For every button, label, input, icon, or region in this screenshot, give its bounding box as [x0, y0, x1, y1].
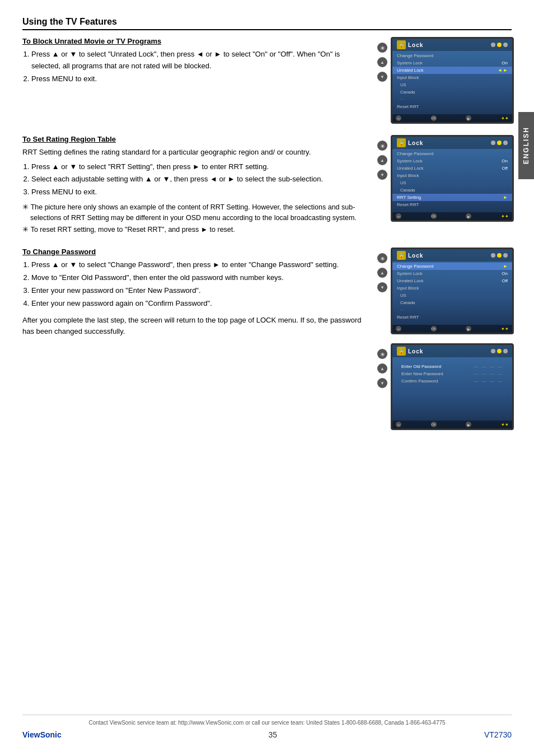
- footer-contact: Contact ViewSonic service team at: http:…: [22, 720, 512, 726]
- section1-step2: Press MENU to exit.: [31, 73, 366, 85]
- menu-sub-us-1: US: [392, 81, 512, 88]
- menu-sub-more-1: ···: [392, 96, 512, 103]
- footer-model: VT2730: [484, 730, 512, 739]
- section2-intro: RRT Setting defines the rating standard …: [22, 147, 366, 158]
- lock-footer-4: ↩ OK ▶ ✦✦: [392, 421, 512, 428]
- menu-item-reset-1: Reset RRT: [392, 103, 512, 110]
- menu-item-unrated-1: Unrated Lock◄ ►: [392, 67, 512, 74]
- menu-item-system-lock-2: System LockOn: [392, 157, 512, 165]
- lock-icon-1: 🔒: [397, 40, 406, 49]
- section2-step1: Press ▲ or ▼ to select "RRT Setting", th…: [31, 161, 366, 173]
- section1-title: To Block Unrated Movie or TV Programs: [22, 37, 366, 45]
- menu-sub-canada-1: Canada: [392, 88, 512, 96]
- tv-screen-4: ◉ ▲ ▼ 🔒 Lock: [391, 343, 512, 430]
- section3-title: To Change Password: [22, 248, 366, 256]
- menu-item-change-pw-1: Change Password: [392, 52, 512, 59]
- page: ENGLISH Using the TV Features To Block U…: [0, 0, 534, 756]
- password-form: Enter Old Password — — — — Enter New Pas…: [392, 357, 512, 385]
- menu-sub-us-2: US: [392, 179, 512, 186]
- section2-step3: Press MENU to exit.: [31, 186, 366, 198]
- menu-item-reset-3: Reset RRT: [392, 314, 512, 321]
- menu-item-input-block-1: Input Block: [392, 74, 512, 81]
- section3-row: To Change Password Press ▲ or ▼ to selec…: [22, 248, 512, 430]
- menu-sub-us-3: US: [392, 292, 512, 299]
- tv-btn3-mid: ▲: [377, 268, 387, 278]
- tv-btn2-mid: ▲: [377, 155, 387, 165]
- section2-steps: Press ▲ or ▼ to select "RRT Setting", th…: [22, 161, 366, 198]
- section2-title: To Set Rating Region Table: [22, 135, 366, 143]
- tv-btn2-top: ◉: [377, 141, 387, 151]
- page-footer: Contact ViewSonic service team at: http:…: [22, 715, 512, 739]
- tv-display-4: 🔒 Lock Enter Old Password: [391, 343, 514, 430]
- tv-screen-1: ◉ ▲ ▼ 🔒 Lock: [391, 37, 512, 124]
- lock-menu-2: Change Password System LockOn Unrated Lo…: [392, 149, 512, 209]
- menu-item-input-block-3: Input Block: [392, 284, 512, 292]
- lock-title-1: Lock: [408, 42, 423, 48]
- section2-note1: ✳ The picture here only shows an example…: [22, 202, 366, 223]
- lock-footer-2: ↩ OK ▶ ✦✦: [392, 212, 512, 220]
- confirm-pw: Confirm Password — — — —: [397, 377, 508, 385]
- lock-title-4: Lock: [408, 348, 423, 354]
- tv-btn4-bot: ▼: [377, 378, 387, 388]
- lock-title-3: Lock: [408, 253, 423, 259]
- tv-display-1: 🔒 Lock Change Password: [391, 37, 514, 124]
- lock-menu-3: Change Password► System LockOn Unrated L…: [392, 262, 512, 322]
- tv-btn-top: ◉: [377, 43, 387, 53]
- tv-btn4-top: ◉: [377, 349, 387, 359]
- tv-btn4-mid: ▲: [377, 363, 387, 374]
- menu-item-unrated-2: Unrated LockOff: [392, 165, 512, 172]
- tv-btn2-bot: ▼: [377, 170, 387, 180]
- section3-steps: Press ▲ or ▼ to select "Change Password"…: [22, 259, 366, 309]
- main-heading: Using the TV Features: [22, 17, 512, 30]
- footer-page-number: 35: [269, 730, 278, 739]
- section1-steps: Press ▲ or ▼ to select "Unrated Lock", t…: [22, 49, 366, 85]
- menu-item-change-pw-2: Change Password: [392, 150, 512, 157]
- section1-step1: Press ▲ or ▼ to select "Unrated Lock", t…: [31, 49, 366, 72]
- tv-btn3-top: ◉: [377, 253, 387, 263]
- enter-old-pw: Enter Old Password — — — —: [397, 363, 508, 370]
- lock-footer-1: ↩ OK ▶ ✦✦: [392, 114, 512, 122]
- lock-menu-1: Change Password System LockOn Unrated Lo…: [392, 51, 512, 111]
- lock-icon-3: 🔒: [397, 251, 406, 260]
- tv-btn-bot: ▼: [377, 72, 387, 82]
- lock-icon-2: 🔒: [397, 138, 406, 147]
- menu-item-reset-2: Reset RRT: [392, 201, 512, 208]
- tv-btn-mid: ▲: [377, 57, 387, 67]
- section2-row: To Set Rating Region Table RRT Setting d…: [22, 135, 512, 236]
- section2-note2: ✳ To reset RRT setting, move to "Reset R…: [22, 224, 366, 235]
- section1-text: To Block Unrated Movie or TV Programs Pr…: [22, 37, 366, 124]
- lock-icon-4: 🔒: [397, 347, 406, 356]
- screen1-container: ◉ ▲ ▼ 🔒 Lock: [377, 37, 512, 124]
- section2-step2: Select each adjustable setting with ▲ or…: [31, 174, 366, 185]
- tv-screen-2: ◉ ▲ ▼ 🔒 Lock: [391, 135, 512, 222]
- menu-item-change-pw-3: Change Password►: [392, 263, 512, 270]
- screen2-container: ◉ ▲ ▼ 🔒 Lock: [377, 135, 512, 236]
- section3-step2: Move to "Enter Old Password", then enter…: [31, 272, 366, 284]
- section3-step1: Press ▲ or ▼ to select "Change Password"…: [31, 259, 366, 271]
- enter-new-pw: Enter New Password — — — —: [397, 370, 508, 377]
- tv-screen-3: ◉ ▲ ▼ 🔒 Lock: [391, 248, 512, 334]
- menu-item-unrated-3: Unrated LockOff: [392, 277, 512, 284]
- section3-step3: Enter your new password on "Enter New Pa…: [31, 285, 366, 297]
- section2-text: To Set Rating Region Table RRT Setting d…: [22, 135, 366, 236]
- tv-display-2: 🔒 Lock Change Password: [391, 135, 514, 222]
- menu-item-input-block-2: Input Block: [392, 172, 512, 179]
- section3-step4: Enter your new password again on "Confir…: [31, 298, 366, 310]
- lock-title-2: Lock: [408, 140, 423, 146]
- footer-brand: ViewSonic: [22, 730, 62, 739]
- language-tab-label: ENGLISH: [522, 127, 530, 164]
- menu-item-rrt-2: RRT Setting►: [392, 194, 512, 201]
- language-tab: ENGLISH: [518, 112, 534, 179]
- menu-item-system-lock-1: System LockOn: [392, 59, 512, 67]
- menu-item-system-lock-3: System LockOn: [392, 270, 512, 277]
- menu-sub-canada-2: Canada: [392, 186, 512, 194]
- section3-after: After you complete the last step, the sc…: [22, 315, 366, 337]
- menu-sub-canada-3: Canada: [392, 299, 512, 306]
- screens34-container: ◉ ▲ ▼ 🔒 Lock: [377, 248, 512, 430]
- section3-text: To Change Password Press ▲ or ▼ to selec…: [22, 248, 366, 430]
- tv-btn3-bot: ▼: [377, 282, 387, 292]
- lock-footer-3: ↩ OK ▶ ✦✦: [392, 325, 512, 333]
- footer-nav: ViewSonic 35 VT2730: [22, 730, 512, 739]
- menu-sub-more-3: ···: [392, 306, 512, 314]
- tv-display-3: 🔒 Lock Change Password►: [391, 248, 514, 334]
